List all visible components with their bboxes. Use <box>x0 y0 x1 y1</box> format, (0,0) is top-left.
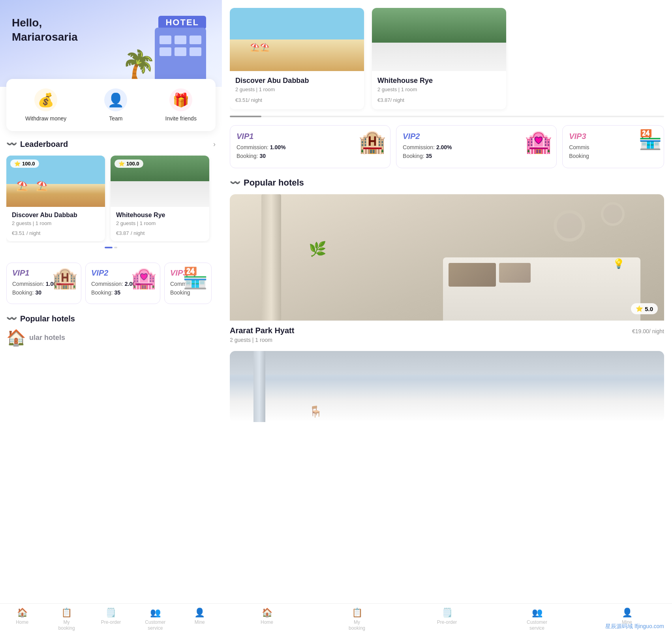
right-nav-home[interactable]: 🏠 Home <box>253 608 281 632</box>
right-vip-card-list: VIP1 🏨 Commission: 1.00% Booking: 30 VIP… <box>230 125 664 168</box>
right-vip3-building-icon: 🏪 <box>638 129 662 151</box>
nav-customer-service-label: Customerservice <box>145 619 165 632</box>
right-booking-icon: 📋 <box>352 608 362 618</box>
right-nav-booking-label: Mybooking <box>349 619 365 632</box>
mine-icon: 👤 <box>194 608 205 618</box>
nav-preorder-label: Pre-order <box>101 619 121 626</box>
umbrella-icon: ⛱️ <box>16 180 28 191</box>
right-nav-pre-order[interactable]: 🗒️ Pre-order <box>433 608 461 632</box>
ararat-hotel-name: Ararat Park Hyatt <box>230 326 294 335</box>
vip-card-3[interactable]: VIP3 🏪 Commis Booking <box>164 263 212 304</box>
left-panel: HOTEL 🌴 Hello, Mariarosaria 💰 Withdraw <box>0 0 222 638</box>
room-bed <box>443 257 640 321</box>
right-nav-customer-service-label: Customerservice <box>527 619 547 632</box>
right-home-icon: 🏠 <box>262 608 272 618</box>
window <box>190 47 201 56</box>
umbrella-icon: ⛱️ <box>36 180 48 191</box>
hotel-price: €3.87 / night <box>116 229 204 236</box>
rating-badge: ⭐ 100.0 <box>115 160 143 168</box>
room-plant-icon: 🌿 <box>309 241 327 257</box>
right-popular-title: 〰️ Popular hotels <box>230 178 664 188</box>
palm-tree-icon: 🌴 <box>121 51 157 79</box>
nav-mine-label: Mine <box>195 619 205 626</box>
withdraw-icon: 💰 <box>34 88 57 111</box>
vip1-booking: Booking: 30 <box>12 289 75 296</box>
right-nav-customer-service[interactable]: 👥 Customerservice <box>523 608 551 632</box>
nav-mine[interactable]: 👤 Mine <box>186 608 214 632</box>
hotel-price: €3.51 / night <box>12 229 99 236</box>
leaderboard-hotel-list: ⛱️ ⛱️ ⭐ 100.0 Discover Abu Dabbab 2 gues… <box>6 156 216 243</box>
invite-label: Invite friends <box>165 115 197 122</box>
rating-badge: ⭐ 100.0 <box>10 160 39 168</box>
invite-friends-button[interactable]: 🎁 Invite friends <box>165 88 197 122</box>
room-pillar <box>261 194 281 321</box>
preorder-icon: 🗒️ <box>105 608 116 618</box>
leaderboard-hotel-card[interactable]: ⭐ 100.0 Whitehouse Rye 2 guests | 1 room… <box>111 156 209 241</box>
home-icon: 🏠 <box>17 608 28 618</box>
nav-my-booking[interactable]: 📋 Mybooking <box>53 608 81 632</box>
vip3-booking: Booking <box>170 289 206 296</box>
leaderboard-hotel-card[interactable]: ⛱️ ⛱️ ⭐ 100.0 Discover Abu Dabbab 2 gues… <box>6 156 105 241</box>
right-nav-my-booking[interactable]: 📋 Mybooking <box>343 608 371 632</box>
right-vip-card-2[interactable]: VIP2 🏩 Commission: 2.00% Booking: 35 <box>396 125 557 168</box>
vip-card-1[interactable]: VIP1 🏨 Commission: 1.00% Booking: 30 <box>6 263 81 304</box>
right-preorder-icon: 🗒️ <box>442 608 452 618</box>
ararat-hotel-text: Ararat Park Hyatt 2 guests | 1 room <box>230 326 294 343</box>
team-button[interactable]: 👤 Team <box>104 88 127 122</box>
leaderboard-more-button[interactable]: › <box>213 140 216 148</box>
nav-pre-order[interactable]: 🗒️ Pre-order <box>97 608 125 632</box>
room2-furniture-icon: 🪑 <box>309 405 323 418</box>
right-hotel-card-1[interactable]: ⛱️⛱️ Discover Abu Dabbab 2 guests | 1 ro… <box>230 8 364 109</box>
right-hotel-1-info: Discover Abu Dabbab 2 guests | 1 room €3… <box>230 71 364 109</box>
window <box>175 47 186 56</box>
star-icon-ararat: ⭐ <box>636 305 643 312</box>
hotel-card-info: Whitehouse Rye 2 guests | 1 room €3.87 /… <box>111 207 209 241</box>
nav-booking-label: Mybooking <box>58 619 75 632</box>
right-hotel-2-price: €3.87/ night <box>377 96 501 104</box>
popular-mini-preview: 🏠 ular hotels <box>0 328 222 355</box>
right-hotel-2-image <box>372 8 506 71</box>
ararat-rating-value: 5.0 <box>645 306 653 312</box>
ararat-hotel-guests: 2 guests | 1 room <box>230 337 294 343</box>
hotel-card-info: Discover Abu Dabbab 2 guests | 1 room €3… <box>6 207 105 241</box>
nav-customer-service[interactable]: 👥 Customerservice <box>141 608 169 632</box>
vip3-building-icon: 🏪 <box>182 266 208 290</box>
popular-hotel-ararat[interactable]: 🌿 💡 ⭐ 5.0 Ararat Park H <box>230 194 664 345</box>
scroll-bar <box>230 116 261 117</box>
room-mirror-small <box>601 202 625 226</box>
vip-card-2[interactable]: VIP2 🏩 Commission: 2.00% Booking: 35 <box>85 263 160 304</box>
second-popular-hotel-image[interactable]: 🪑 <box>230 351 664 422</box>
nav-home[interactable]: 🏠 Home <box>8 608 36 632</box>
room2-pillar <box>253 351 265 422</box>
hotel-image-beach: ⛱️ ⛱️ ⭐ 100.0 <box>6 156 105 207</box>
leaderboard-section: 〰️ Leaderboard › ⛱️ ⛱️ ⭐ 100.0 <box>0 131 222 248</box>
right-nav-preorder-label: Pre-order <box>437 619 457 626</box>
right-hotel-card-2[interactable]: Whitehouse Rye 2 guests | 1 room €3.87/ … <box>372 8 506 109</box>
withdraw-money-button[interactable]: 💰 Withdraw money <box>25 88 66 122</box>
booking-icon: 📋 <box>61 608 72 618</box>
right-vip2-building-icon: 🏩 <box>525 129 552 155</box>
window <box>160 47 171 56</box>
right-scroll-content: ⛱️⛱️ Discover Abu Dabbab 2 guests | 1 ro… <box>222 0 672 430</box>
popular-building-icon: 🏠 <box>6 328 26 347</box>
vip1-building-icon: 🏨 <box>52 266 78 290</box>
leaderboard-title: 〰️ Leaderboard <box>6 139 68 149</box>
right-vip1-building-icon: 🏨 <box>359 129 386 155</box>
right-vip3-booking: Booking <box>569 153 657 159</box>
right-vip-card-3[interactable]: VIP3 🏪 Commis Booking <box>562 125 664 168</box>
team-label: Team <box>109 115 122 122</box>
right-hotel-card-list: ⛱️⛱️ Discover Abu Dabbab 2 guests | 1 ro… <box>230 8 664 116</box>
right-hotel-2-guests: 2 guests | 1 room <box>377 86 501 92</box>
hotel-image-ivy: ⭐ 100.0 <box>111 156 209 207</box>
greeting: Hello, Mariarosaria <box>12 16 210 45</box>
room-mirror-large <box>554 210 585 242</box>
customer-service-icon: 👥 <box>150 608 161 618</box>
popular-hotels-header: 〰️ Popular hotels <box>0 306 222 328</box>
withdraw-label: Withdraw money <box>25 115 66 122</box>
rating-value: 100.0 <box>126 161 139 167</box>
right-vip-card-1[interactable]: VIP1 🏨 Commission: 1.00% Booking: 30 <box>230 125 390 168</box>
right-hotel-1-price: €3.51/ night <box>235 96 359 104</box>
ararat-hotel-details: Ararat Park Hyatt 2 guests | 1 room €19.… <box>230 321 664 345</box>
invite-icon: 🎁 <box>169 88 192 111</box>
popular-hotels-label-partial: ular hotels <box>29 334 65 342</box>
